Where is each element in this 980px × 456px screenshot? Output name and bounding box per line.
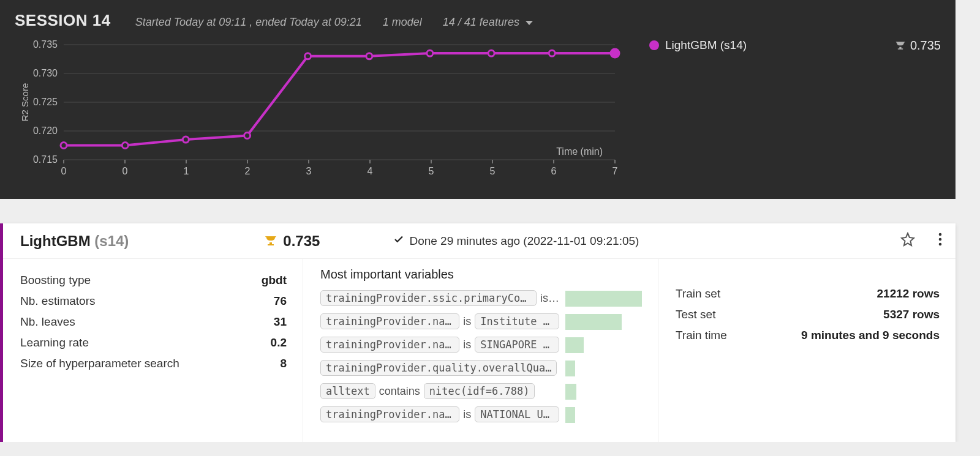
variable-op: is <box>463 338 471 351</box>
session-title: SESSION 14 <box>15 11 111 30</box>
svg-point-33 <box>122 143 128 149</box>
r2-chart[interactable]: 0.7150.7200.7250.7300.7350012345567Time … <box>15 39 633 190</box>
variable-row[interactable]: alltextcontainsnitec(idf=6.788) <box>320 382 642 403</box>
param-row: Nb. leaves31 <box>20 315 287 329</box>
param-row: Nb. estimators76 <box>20 294 287 308</box>
param-key: Size of hyperparameter search <box>20 357 179 370</box>
param-value: 76 <box>274 294 287 308</box>
svg-point-43 <box>939 238 942 241</box>
stat-row: Train time9 minutes and 9 seconds <box>676 329 940 342</box>
svg-text:3: 3 <box>306 166 312 176</box>
session-meta: Started Today at 09:11 , ended Today at … <box>135 16 533 29</box>
variable-row[interactable]: trainingProvider.ssic.primaryCodeis… <box>320 289 642 310</box>
svg-text:Time (min): Time (min) <box>556 146 603 157</box>
variable-lhs-chip: trainingProvider.ssic.primaryCode <box>320 290 537 306</box>
model-score-value: 0.735 <box>283 233 320 250</box>
variable-lhs-chip: trainingProvider.name <box>320 313 459 329</box>
stat-value: 21212 rows <box>877 287 940 301</box>
variable-lhs-chip: trainingProvider.name <box>320 337 459 353</box>
importance-bar <box>565 314 622 330</box>
features-dropdown[interactable]: 14 / 41 features <box>443 16 533 29</box>
importance-bar <box>565 337 584 353</box>
star-icon[interactable] <box>900 232 915 250</box>
svg-point-41 <box>611 49 619 58</box>
param-row: Boosting typegbdt <box>20 274 287 287</box>
svg-point-39 <box>488 50 494 56</box>
model-status-text: Done 29 minutes ago (2022-11-01 09:21:05… <box>409 234 639 248</box>
svg-point-34 <box>183 136 189 143</box>
param-value: 31 <box>274 315 287 329</box>
variable-row[interactable]: trainingProvider.nameisNATIONAL UN… <box>320 405 642 426</box>
param-row: Size of hyperparameter search8 <box>20 357 287 370</box>
variable-label: alltextcontainsnitec(idf=6.788) <box>320 383 535 399</box>
session-header: SESSION 14 Started Today at 09:11 , ende… <box>15 11 941 30</box>
stat-key: Train set <box>676 287 720 301</box>
model-score: 0.735 <box>263 233 320 250</box>
svg-text:7: 7 <box>612 166 618 176</box>
svg-text:0.735: 0.735 <box>33 39 58 50</box>
variable-op: is <box>463 315 471 328</box>
legend-label: LightGBM (s14) <box>665 39 747 52</box>
param-row: Learning rate0.2 <box>20 336 287 349</box>
svg-point-37 <box>366 53 372 59</box>
chevron-down-icon <box>526 21 533 25</box>
svg-point-32 <box>61 143 67 149</box>
variable-op: contains <box>379 385 420 398</box>
param-key: Boosting type <box>20 274 91 287</box>
variable-row[interactable]: trainingProvider.quality.overallQua… <box>320 359 642 379</box>
important-vars-column: Most important variables trainingProvide… <box>303 259 658 442</box>
importance-bar <box>565 291 642 307</box>
stat-row: Test set5327 rows <box>676 308 940 321</box>
variable-rhs-chip: SINGAPORE M… <box>475 337 559 353</box>
variable-rhs-chip: NATIONAL UN… <box>475 406 559 422</box>
trophy-icon <box>263 234 278 249</box>
variable-label: trainingProvider.ssic.primaryCodeis… <box>320 290 559 306</box>
legend-item[interactable]: LightGBM (s14) <box>649 39 747 52</box>
svg-text:1: 1 <box>184 166 189 176</box>
svg-point-44 <box>939 243 942 246</box>
variable-op: is <box>463 408 471 421</box>
param-value: gbdt <box>262 274 287 287</box>
variable-label: trainingProvider.nameisSINGAPORE M… <box>320 337 559 353</box>
variable-row[interactable]: trainingProvider.nameisSINGAPORE M… <box>320 335 642 356</box>
svg-text:4: 4 <box>368 166 373 176</box>
legend-score-value: 0.735 <box>910 39 941 53</box>
stat-key: Test set <box>676 308 715 321</box>
variable-rhs-chip: nitec(idf=6.788) <box>424 383 535 399</box>
svg-text:0.715: 0.715 <box>33 154 58 165</box>
svg-text:2: 2 <box>245 166 251 176</box>
legend-dot-icon <box>649 40 659 50</box>
model-card-body: Boosting typegbdtNb. estimators76Nb. lea… <box>3 258 956 442</box>
more-menu-icon[interactable] <box>938 232 942 250</box>
svg-text:R2 Score: R2 Score <box>20 83 30 122</box>
variable-label: trainingProvider.nameisNATIONAL UN… <box>320 406 559 422</box>
param-key: Nb. estimators <box>20 294 95 308</box>
svg-text:0: 0 <box>61 166 67 176</box>
svg-point-36 <box>305 53 311 59</box>
svg-text:5: 5 <box>490 166 496 176</box>
session-panel: SESSION 14 Started Today at 09:11 , ende… <box>0 0 956 199</box>
model-card-header: LightGBM (s14) 0.735 Done 29 minutes ago… <box>3 223 956 258</box>
session-model-count: 1 model <box>383 16 422 28</box>
param-value: 8 <box>280 357 287 370</box>
stat-value: 9 minutes and 9 seconds <box>801 329 940 342</box>
variable-row[interactable]: trainingProvider.nameisInstitute o… <box>320 312 642 333</box>
variable-label: trainingProvider.quality.overallQua… <box>320 360 557 376</box>
svg-point-40 <box>549 50 555 56</box>
svg-point-38 <box>427 50 433 56</box>
variable-rhs-chip: Institute o… <box>475 313 559 329</box>
features-dropdown-label: 14 / 41 features <box>443 16 519 29</box>
hyperparams-column: Boosting typegbdtNb. estimators76Nb. lea… <box>3 259 303 442</box>
svg-text:0.720: 0.720 <box>33 125 58 136</box>
param-value: 0.2 <box>271 336 287 349</box>
variable-lhs-chip: alltext <box>320 383 375 399</box>
importance-bar <box>565 407 575 423</box>
chart-svg: 0.7150.7200.7250.7300.7350012345567Time … <box>15 39 633 190</box>
legend-score: 0.735 <box>894 39 941 53</box>
param-key: Learning rate <box>20 336 89 349</box>
svg-text:0: 0 <box>123 166 128 176</box>
svg-text:0.725: 0.725 <box>33 97 58 107</box>
session-body: 0.7150.7200.7250.7300.7350012345567Time … <box>15 39 941 190</box>
model-card: LightGBM (s14) 0.735 Done 29 minutes ago… <box>0 223 956 442</box>
legend-column: LightGBM (s14) 0.735 <box>649 39 941 190</box>
